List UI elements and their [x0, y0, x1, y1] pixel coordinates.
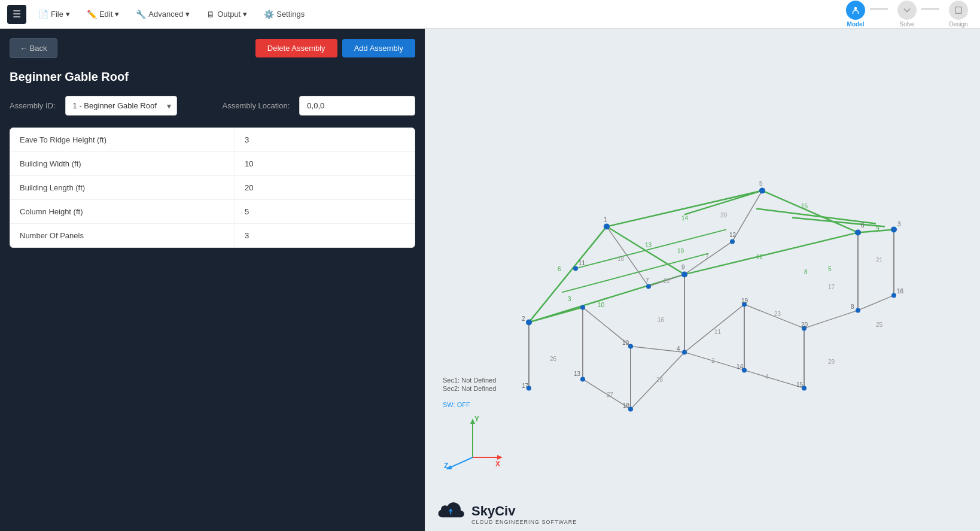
- workflow-model-step[interactable]: Model: [841, 1, 870, 28]
- svg-text:10: 10: [598, 302, 605, 308]
- skyciv-logo: SkyCiv CLOUD ENGINEERING SOFTWARE: [437, 500, 577, 525]
- workflow-solve-step[interactable]: Solve: [893, 1, 921, 28]
- nav-output[interactable]: 🖥 Output ▾: [199, 6, 254, 23]
- svg-point-41: [855, 229, 861, 235]
- svg-text:21: 21: [876, 257, 883, 263]
- svg-line-36: [744, 370, 804, 388]
- assembly-id-label: Assembly ID:: [10, 101, 56, 110]
- svg-text:Z: Z: [444, 462, 448, 469]
- output-chevron-icon: ▾: [243, 10, 247, 19]
- prop-val-0: 3: [235, 128, 415, 151]
- svg-text:4: 4: [677, 345, 680, 352]
- svg-text:28: 28: [656, 377, 664, 383]
- canvas-area: 1 5 9 2 6 3 7 12 11 17 13 10 4 14 15 8 1…: [425, 29, 980, 531]
- svg-line-2: [529, 226, 607, 322]
- assembly-location-input[interactable]: [299, 96, 415, 116]
- nav-edit[interactable]: ✏️ Edit ▾: [80, 6, 126, 23]
- assembly-form-row: Assembly ID: 1 - Beginner Gable Roof ▾ A…: [10, 96, 415, 116]
- nav-settings-label: Settings: [276, 10, 305, 19]
- svg-text:5: 5: [828, 266, 832, 272]
- back-button[interactable]: ← Back: [10, 38, 57, 58]
- edit-icon: ✏️: [87, 10, 97, 19]
- svg-point-43: [646, 284, 651, 289]
- assembly-title: Beginner Gable Roof: [10, 70, 415, 84]
- svg-text:13: 13: [645, 242, 652, 248]
- svg-marker-109: [497, 455, 503, 460]
- svg-text:16: 16: [897, 288, 904, 295]
- right-panel: 1 5 9 2 6 3 7 12 11 17 13 10 4 14 15 8 1…: [425, 29, 980, 531]
- svg-text:11: 11: [714, 329, 722, 335]
- left-panel: ← Back Delete Assembly Add Assembly Begi…: [0, 29, 425, 531]
- skyciv-sub-text: CLOUD ENGINEERING SOFTWARE: [471, 519, 577, 525]
- wrench-icon: 🔧: [136, 10, 146, 19]
- svg-text:20: 20: [720, 212, 728, 219]
- svg-text:X: X: [495, 460, 500, 468]
- svg-line-13: [756, 208, 876, 223]
- svg-point-38: [759, 187, 765, 193]
- nav-output-label: Output: [217, 10, 241, 19]
- nav-advanced[interactable]: 🔧 Advanced ▾: [129, 6, 197, 23]
- sec1-label: Sec1: Not Defined: [443, 377, 496, 384]
- skyciv-cloud-icon: [437, 500, 467, 521]
- svg-point-42: [891, 226, 897, 232]
- main-layout: ← Back Delete Assembly Add Assembly Begi…: [0, 29, 980, 531]
- svg-text:29: 29: [828, 359, 835, 365]
- table-row: Eave To Ridge Height (ft) 3: [10, 128, 415, 152]
- svg-text:2: 2: [522, 315, 525, 322]
- svg-point-50: [580, 377, 585, 381]
- svg-line-23: [607, 226, 649, 286]
- svg-text:22: 22: [664, 278, 671, 284]
- svg-text:4: 4: [765, 374, 769, 380]
- svg-point-55: [856, 308, 860, 312]
- prop-key-1: Building Width (ft): [10, 152, 235, 175]
- svg-text:3: 3: [568, 296, 571, 302]
- prop-key-3: Column Height (ft): [10, 200, 235, 223]
- sw-label: SW: OFF: [443, 401, 470, 408]
- assembly-id-select[interactable]: 1 - Beginner Gable Roof: [65, 96, 177, 116]
- svg-text:5: 5: [759, 180, 763, 187]
- nav-settings[interactable]: ⚙️ Settings: [257, 6, 312, 23]
- nav-advanced-label: Advanced: [148, 10, 183, 19]
- properties-table: Eave To Ridge Height (ft) 3 Building Wid…: [10, 128, 415, 248]
- svg-point-52: [682, 350, 687, 354]
- delete-assembly-button[interactable]: Delete Assembly: [255, 39, 337, 57]
- svg-text:8: 8: [804, 269, 808, 275]
- svg-text:12: 12: [729, 232, 736, 238]
- table-row: Column Height (ft) 5: [10, 200, 415, 224]
- svg-point-39: [681, 271, 687, 277]
- svg-text:2: 2: [711, 357, 715, 364]
- assembly-location-label: Assembly Location:: [223, 101, 290, 110]
- svg-text:18: 18: [623, 402, 630, 409]
- svg-point-44: [730, 239, 735, 244]
- workflow-line-2: [921, 8, 939, 10]
- add-assembly-button[interactable]: Add Assembly: [342, 39, 415, 57]
- section-labels: Sec1: Not Defined Sec2: Not Defined: [443, 377, 496, 393]
- svg-text:20: 20: [801, 321, 808, 328]
- svg-text:15: 15: [801, 203, 808, 210]
- svg-line-9: [529, 307, 583, 322]
- monitor-icon: 🖥: [206, 10, 215, 19]
- workflow-solve-label: Solve: [899, 21, 914, 28]
- edit-chevron-icon: ▾: [115, 10, 119, 19]
- svg-point-40: [526, 319, 532, 325]
- svg-text:27: 27: [607, 392, 614, 398]
- prop-val-4: 3: [235, 224, 415, 247]
- sec2-label: Sec2: Not Defined: [443, 385, 496, 392]
- svg-text:16: 16: [658, 317, 665, 323]
- svg-text:17: 17: [522, 383, 529, 389]
- prop-val-1: 10: [235, 152, 415, 175]
- svg-text:23: 23: [774, 311, 781, 317]
- nav-edit-label: Edit: [99, 10, 112, 19]
- nav-file[interactable]: 📄 File ▾: [31, 6, 77, 23]
- hamburger-menu[interactable]: ☰: [7, 5, 26, 24]
- svg-text:6: 6: [861, 222, 865, 229]
- solve-step-circle: [897, 1, 917, 20]
- workflow-design-step[interactable]: Design: [944, 1, 973, 28]
- svg-text:8: 8: [851, 304, 854, 310]
- svg-text:7: 7: [705, 254, 709, 260]
- svg-text:11: 11: [579, 260, 586, 266]
- svg-line-29: [684, 304, 744, 352]
- assembly-id-wrapper: 1 - Beginner Gable Roof ▾: [65, 96, 177, 116]
- prop-key-4: Number Of Panels: [10, 224, 235, 247]
- table-row: Building Width (ft) 10: [10, 152, 415, 176]
